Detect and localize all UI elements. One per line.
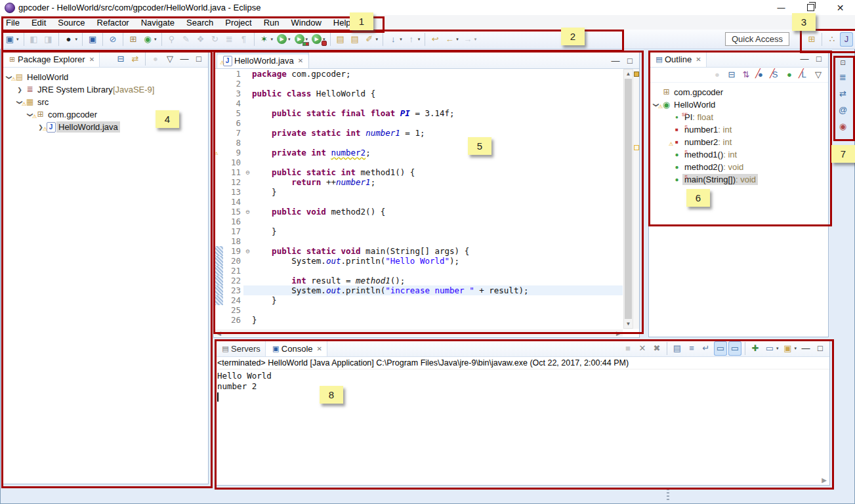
dropdown-arrow-icon[interactable]: ▾ xyxy=(456,37,459,42)
code-line-4[interactable]: 4 xyxy=(215,98,623,108)
maximize-view-button[interactable]: □ xyxy=(812,52,825,66)
fold-marker-icon[interactable]: ⊖ xyxy=(243,167,252,177)
editor-horizontal-scrollbar[interactable]: ◀▶ xyxy=(215,329,623,337)
back-button[interactable]: ←▾ xyxy=(443,32,460,47)
outline-item-number1[interactable]: ■Snumber1 : int xyxy=(649,123,828,136)
ruler-marker-outline[interactable] xyxy=(634,145,639,150)
java-perspective-button[interactable]: J xyxy=(840,32,853,47)
code-line-12[interactable]: 12 return ++number1; xyxy=(215,177,623,187)
user-account-button[interactable]: ●▾ xyxy=(62,32,79,47)
maximize-editor-button[interactable]: □ xyxy=(623,54,636,68)
dropdown-arrow-icon[interactable]: ▾ xyxy=(474,37,477,42)
code-line-8[interactable]: 8 xyxy=(215,138,623,148)
dropdown-arrow-icon[interactable]: ▾ xyxy=(400,37,402,42)
outline-item-com-gpcoder[interactable]: ⊞com.gpcoder xyxy=(649,86,828,98)
word-wrap-button[interactable]: ↵ xyxy=(699,341,713,356)
dropdown-arrow-icon[interactable]: ▾ xyxy=(271,37,274,42)
scroll-right-icon[interactable]: ▶ xyxy=(822,476,827,484)
close-icon[interactable]: ✕ xyxy=(298,57,303,64)
clear-console-button[interactable]: ▤ xyxy=(671,341,684,356)
remove-all-terminated-button[interactable]: ✖ xyxy=(650,341,663,356)
ruler-marker-filled[interactable] xyxy=(634,72,639,77)
menu-search[interactable]: Search xyxy=(180,15,219,30)
code-line-10[interactable]: 10 xyxy=(215,158,623,167)
trim-handle[interactable]: ···· xyxy=(838,50,848,56)
code-line-23[interactable]: 23 System.out.println("increase number "… xyxy=(215,285,623,295)
code-line-18[interactable]: 18 xyxy=(215,236,623,246)
statusbar-drag-handle[interactable] xyxy=(667,489,669,501)
menu-window[interactable]: Window xyxy=(285,15,327,30)
javadoc-view-icon[interactable]: @ xyxy=(836,103,850,116)
menu-file[interactable]: File xyxy=(0,15,26,30)
dropdown-arrow-icon[interactable]: ▾ xyxy=(776,346,779,351)
code-line-25[interactable]: 25 xyxy=(215,305,623,315)
code-line-2[interactable]: 2 xyxy=(215,79,623,89)
open-console-view-button[interactable]: ▣ xyxy=(86,32,99,47)
expander-icon[interactable]: ❯ xyxy=(15,87,24,93)
run-button[interactable]: ▶▾ xyxy=(276,32,292,47)
menu-refactor[interactable]: Refactor xyxy=(91,15,135,30)
last-edit-location-button[interactable]: ↩ xyxy=(428,32,442,47)
code-line-21[interactable]: 21 xyxy=(215,266,623,276)
code-line-16[interactable]: 16 xyxy=(215,217,623,226)
scroll-up-icon[interactable]: ▲ xyxy=(624,70,633,78)
dropdown-arrow-icon[interactable]: ▾ xyxy=(306,37,308,42)
coverage-button[interactable]: ▶▾ xyxy=(293,32,310,47)
new-java-class-button[interactable]: ◉▾ xyxy=(141,32,158,47)
overview-ruler[interactable] xyxy=(633,69,639,329)
link-with-editor-button[interactable]: ⇄ xyxy=(129,52,142,66)
dropdown-arrow-icon[interactable]: ▾ xyxy=(418,37,421,42)
hide-fields-button[interactable]: ●╱ xyxy=(754,68,767,82)
quick-access-button[interactable]: Quick Access xyxy=(725,32,789,46)
outline-item-pi[interactable]: ●SFPI : float xyxy=(649,111,828,123)
code-line-7[interactable]: 7 private static int number1 = 1; xyxy=(215,128,623,138)
view-menu-button[interactable]: ▽ xyxy=(163,52,177,66)
code-line-1[interactable]: 1package com.gpcoder; xyxy=(215,69,623,79)
close-icon[interactable]: ✕ xyxy=(696,56,701,63)
skip-breakpoints-button[interactable]: ⊘ xyxy=(106,32,119,47)
close-icon[interactable]: ✕ xyxy=(89,56,94,63)
code-line-5[interactable]: 5 public static final float PI = 3.14f; xyxy=(215,108,623,118)
code-line-19[interactable]: 19⊖ public static void main(String[] arg… xyxy=(215,246,623,256)
menu-source[interactable]: Source xyxy=(52,15,91,30)
scroll-left-icon[interactable]: ◀ xyxy=(217,330,221,337)
tab-helloworld-java[interactable]: J⚠ HelloWorld.java ✕ xyxy=(217,52,309,68)
pe-item-jre-system-library[interactable]: ❯≣JRE System Library [JavaSE-9] xyxy=(2,83,208,96)
minimize-editor-button[interactable]: — xyxy=(609,54,622,68)
code-line-24[interactable]: 24 } xyxy=(215,295,623,305)
new-button[interactable]: ▣▾ xyxy=(3,32,20,47)
java-ee-perspective-button[interactable]: ∴ xyxy=(825,32,839,47)
minimize-view-button[interactable]: — xyxy=(798,52,811,66)
show-stdout-when-changed-button[interactable]: ▭ xyxy=(714,341,727,356)
new-java-package-button[interactable]: ⊞ xyxy=(127,32,140,47)
code-line-15[interactable]: 15⊖ public void method2() { xyxy=(215,207,623,217)
code-line-22[interactable]: 22 int result = method1(); xyxy=(215,276,623,285)
dropdown-arrow-icon[interactable]: ▾ xyxy=(288,37,291,42)
scroll-lock-button[interactable]: ≡ xyxy=(685,341,698,356)
collapse-all-button[interactable]: ⊟ xyxy=(725,68,738,82)
code-line-9[interactable]: ⚠9 private int number2; xyxy=(215,148,623,158)
dropdown-arrow-icon[interactable]: ▾ xyxy=(75,37,78,42)
dropdown-arrow-icon[interactable]: ▾ xyxy=(376,37,379,42)
code-line-6[interactable]: 6 xyxy=(215,118,623,128)
code-line-17[interactable]: 17 } xyxy=(215,226,623,236)
console-output[interactable]: Hello Worldnumber 2 xyxy=(215,369,829,402)
code-area[interactable]: 1package com.gpcoder;23public class Hell… xyxy=(215,69,623,329)
menu-project[interactable]: Project xyxy=(219,15,257,30)
outline-item-method1-[interactable]: ●Smethod1() : int xyxy=(649,148,828,161)
pe-item-src[interactable]: ❯▦⚠src xyxy=(2,96,208,108)
synchronize-view-icon[interactable]: ⇄ xyxy=(836,87,850,100)
hide-non-public-members-button[interactable]: ● xyxy=(783,68,796,82)
editor-vertical-scrollbar[interactable]: ▲ ▼ xyxy=(623,69,633,329)
show-stderr-when-changed-button[interactable]: ▭ xyxy=(728,341,741,356)
code-line-20[interactable]: 20 System.out.println("Hello World"); xyxy=(215,256,623,266)
remove-launch-button[interactable]: ✕ xyxy=(636,341,649,356)
outline-item-helloworld[interactable]: ❯◉⚠HelloWorld xyxy=(649,98,828,111)
code-line-3[interactable]: 3public class HelloWorld { xyxy=(215,89,623,98)
minimize-view-button[interactable]: — xyxy=(799,341,812,356)
tab-outline[interactable]: ▤ Outline ✕ xyxy=(649,52,707,67)
open-folder-button[interactable]: ▤ xyxy=(334,32,347,47)
task-list-view-icon[interactable]: ≣ xyxy=(836,70,850,83)
code-line-26[interactable]: 26} xyxy=(215,315,623,325)
hide-local-types-button[interactable]: L╱ xyxy=(797,68,810,82)
